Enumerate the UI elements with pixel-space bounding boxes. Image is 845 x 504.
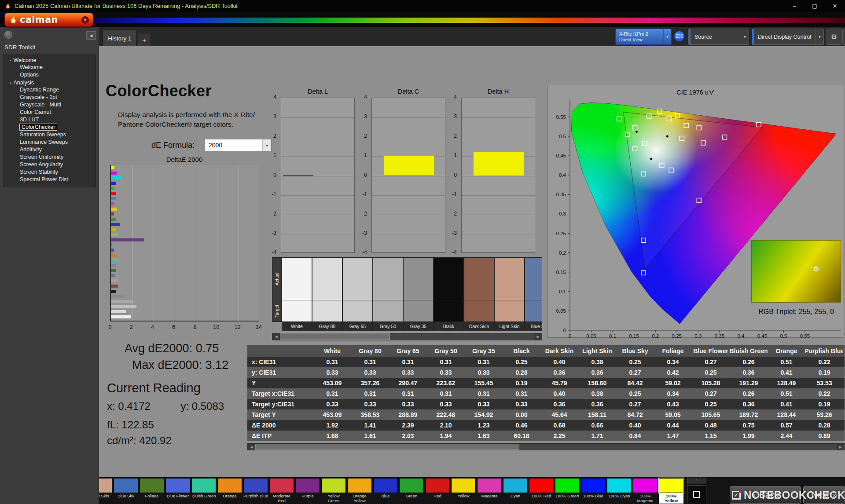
swatch-label: Gray 50 <box>373 322 403 331</box>
reading-marker-icon <box>814 267 819 271</box>
calman-logo[interactable]: calman ▾ <box>4 13 93 27</box>
palette-expand-button[interactable]: ⌃ <box>687 478 706 484</box>
palette-swatch <box>529 478 554 493</box>
maximize-button[interactable]: ▢ <box>805 0 825 12</box>
palette-item-blue-sky[interactable]: Blue Sky <box>114 478 138 504</box>
sidebar-item-welcome[interactable]: Welcome <box>4 64 95 71</box>
deltaC-yaxis: 43210-1-2-3-4 <box>357 98 369 253</box>
collapse-panel-button[interactable]: ◀ <box>842 29 845 45</box>
de-formula-select[interactable]: 2000 ▾ <box>205 139 272 151</box>
gridline <box>372 137 445 137</box>
y-tick-label: -4 <box>447 249 457 256</box>
cell: 0.33 <box>465 399 503 409</box>
current-xy-stat: x: 0.4172 y: 0.5083 <box>107 400 224 413</box>
palette-item-orange[interactable]: Orange <box>217 478 242 504</box>
add-tab-button[interactable]: + <box>138 33 151 46</box>
sidebar-item-colorchecker[interactable]: ColorChecker <box>4 124 95 131</box>
palette-item-magenta[interactable]: Magenta <box>477 478 502 504</box>
swatch-column-gray-35[interactable]: Gray 35 <box>404 258 433 331</box>
swatch-column-black[interactable]: Black <box>434 258 463 331</box>
swatch-column-light-skin[interactable]: Light Skin <box>495 258 524 331</box>
palette-item-blue[interactable]: Blue <box>373 478 398 504</box>
sidebar-item-screen-angularity[interactable]: Screen Angularity <box>4 161 95 168</box>
swatch-column-white[interactable]: White <box>282 258 312 331</box>
swatch-column-dark-skin[interactable]: Dark Skin <box>464 258 494 331</box>
minimize-button[interactable]: – <box>784 0 805 12</box>
pattern-window-button[interactable] <box>687 485 706 503</box>
scrollbar-thumb[interactable] <box>255 444 519 450</box>
tree-group-analysis[interactable]: ▴Analysis <box>4 79 95 86</box>
palette-item-yellow-green[interactable]: Yellow Green <box>321 478 346 504</box>
swatch-column-gray-50[interactable]: Gray 50 <box>373 258 403 331</box>
palette-item-purple[interactable]: Purple <box>295 478 320 504</box>
palette-item-foliage[interactable]: Foliage <box>140 478 164 504</box>
table-scrollbar[interactable]: ◀ ▶ <box>247 443 845 450</box>
swatch-column-gray-80[interactable]: Gray 80 <box>312 258 342 331</box>
cell: 0.46 <box>503 420 540 431</box>
swatch-column-blue-sky[interactable]: Blue Sky <box>525 258 542 331</box>
scroll-left-icon[interactable]: ◀ <box>248 444 255 450</box>
cell: 0.51 <box>768 388 805 399</box>
palette-item-100-cyan[interactable]: 100% Cyan <box>607 478 632 504</box>
sidebar-item-3d-lut[interactable]: 3D LUT <box>4 116 95 124</box>
sidebar-item-color-gamut[interactable]: Color Gamut <box>4 109 95 116</box>
sidebar-item-spectral-power-dist[interactable]: Spectral Power Dist. <box>4 176 95 183</box>
tab-history-1[interactable]: History 1 <box>103 30 137 46</box>
sidebar-item-grayscale-multi[interactable]: Grayscale - Multi <box>4 101 95 109</box>
swatch-scrollbar[interactable]: ◀ ▶ <box>272 333 542 340</box>
palette-swatch <box>321 478 346 493</box>
palette-item-light-skin[interactable]: Light Skin <box>99 478 112 504</box>
x-tick-label: 4 <box>148 324 157 330</box>
palette-item-red[interactable]: Red <box>425 478 450 504</box>
palette-item-purplish-blue[interactable]: Purplish Blue <box>243 478 268 504</box>
display-control-dropdown[interactable]: Direct Display Control ▾ <box>752 29 824 45</box>
palette-item-100-magenta[interactable]: 100% Magenta <box>633 478 658 504</box>
sidebar-item-additivity[interactable]: Additivity <box>4 146 95 153</box>
column-header-blue-sky: Blue Sky <box>616 345 654 357</box>
back-button[interactable]: « Back <box>730 486 801 504</box>
logo-menu-button[interactable]: ▾ <box>81 16 89 24</box>
palette-item-green[interactable]: Green <box>399 478 424 504</box>
bar-yellow <box>111 208 117 211</box>
sidebar-item-screen-stability[interactable]: Screen Stability <box>4 168 95 176</box>
tree-item-label: Spectral Power Dist. <box>20 176 70 183</box>
palette-item-100-red[interactable]: 100% Red <box>529 478 554 504</box>
palette-item-bluish-green[interactable]: Bluish Green <box>191 478 216 504</box>
sidebar-item-saturation-sweeps[interactable]: Saturation Sweeps <box>4 131 95 139</box>
next-button[interactable]: Next » <box>803 486 845 504</box>
palette-item-yellow[interactable]: Yellow <box>451 478 476 504</box>
cell: 0.89 <box>805 431 843 441</box>
palette-item-100-yellow[interactable]: 100% Yellow <box>659 478 683 504</box>
scrollbar-thumb[interactable] <box>280 333 390 340</box>
palette-item-orange-yellow[interactable]: Orange Yellow <box>347 478 372 504</box>
scroll-left-icon[interactable]: ◀ <box>272 333 280 340</box>
gridline <box>281 156 354 157</box>
palette-item-cyan[interactable]: Cyan <box>503 478 528 504</box>
swatch-column-gray-65[interactable]: Gray 65 <box>343 258 372 331</box>
scroll-right-icon[interactable]: ▶ <box>837 444 844 450</box>
sidebar-item-dynamic-range[interactable]: Dynamic Range <box>4 86 95 94</box>
sidebar-home-button[interactable] <box>4 31 12 39</box>
close-button[interactable]: ✕ <box>825 0 845 12</box>
palette-item-100-blue[interactable]: 100% Blue <box>581 478 606 504</box>
cell: 84.62 <box>843 409 845 420</box>
y-tick-label: 3 <box>357 113 367 120</box>
scrollbar-track[interactable] <box>519 444 837 450</box>
palette-item-moderate-red[interactable]: Moderate Red <box>269 478 294 504</box>
scroll-right-icon[interactable]: ▶ <box>534 333 542 340</box>
sidebar-item-options[interactable]: Options <box>4 71 95 79</box>
tree-group-welcome[interactable]: ▴Welcome <box>4 56 95 64</box>
sidebar-item-grayscale-2pt[interactable]: Grayscale - 2pt <box>4 94 95 101</box>
scrollbar-track[interactable] <box>390 333 534 340</box>
sidebar-item-screen-uniformity[interactable]: Screen Uniformity <box>4 153 95 161</box>
meter-dropdown[interactable]: X-Rite i1Pro 2 Direct View ▾ <box>615 29 672 45</box>
settings-button[interactable]: ⚙ <box>827 29 841 45</box>
palette-item-100-green[interactable]: 100% Green <box>555 478 580 504</box>
palette-label: Orange Yellow <box>347 493 372 504</box>
sidebar-item-luminance-sweeps[interactable]: Luminance Sweeps <box>4 139 95 146</box>
cell: 0.36 <box>540 399 578 409</box>
x-tick-label: 0 <box>106 324 114 330</box>
source-dropdown[interactable]: Source ▾ <box>688 29 749 45</box>
palette-item-blue-flower[interactable]: Blue Flower <box>165 478 190 504</box>
sidebar-collapse-button[interactable]: ◀ <box>86 31 96 40</box>
